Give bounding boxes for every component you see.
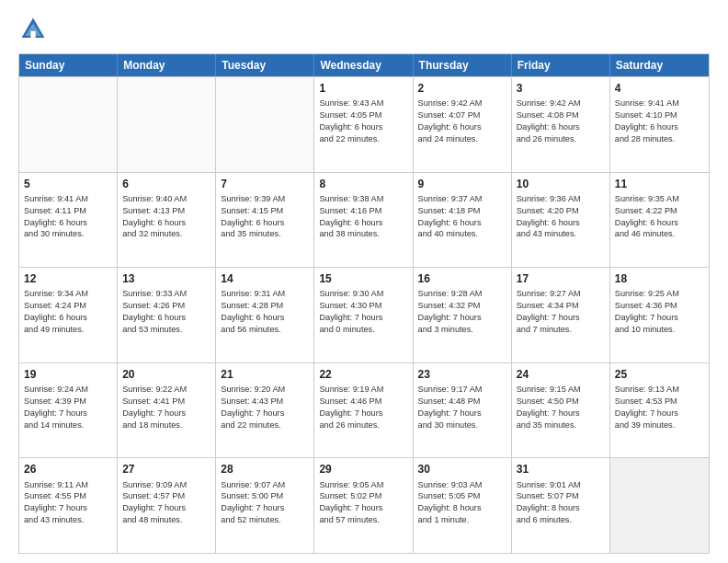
calendar-row: 26Sunrise: 9:11 AMSunset: 4:55 PMDayligh… xyxy=(19,457,709,553)
calendar-header: SundayMondayTuesdayWednesdayThursdayFrid… xyxy=(19,54,709,76)
calendar-cell xyxy=(118,77,216,172)
cell-text-line: Sunrise: 9:09 AM xyxy=(122,479,210,491)
calendar-cell: 5Sunrise: 9:41 AMSunset: 4:11 PMDaylight… xyxy=(19,173,118,268)
cell-text-line: Sunrise: 9:39 AM xyxy=(221,193,309,205)
day-number: 18 xyxy=(615,271,704,286)
day-number: 12 xyxy=(24,271,112,286)
cell-text-line: Daylight: 6 hours xyxy=(319,217,407,229)
day-number: 9 xyxy=(418,177,506,191)
day-number: 26 xyxy=(24,462,112,477)
day-number: 29 xyxy=(319,462,407,477)
cell-text-line: Sunrise: 9:28 AM xyxy=(418,288,506,300)
calendar-cell: 26Sunrise: 9:11 AMSunset: 4:55 PMDayligh… xyxy=(19,458,118,553)
cell-text-line: and 46 minutes. xyxy=(615,228,704,240)
cell-text-line: Daylight: 7 hours xyxy=(517,408,605,419)
calendar-cell: 27Sunrise: 9:09 AMSunset: 4:57 PMDayligh… xyxy=(118,458,216,553)
day-number: 7 xyxy=(221,177,309,191)
cell-text-line: Sunrise: 9:20 AM xyxy=(221,384,309,396)
day-number: 15 xyxy=(319,271,407,286)
cell-text-line: Sunrise: 9:24 AM xyxy=(24,384,112,396)
header xyxy=(18,15,710,44)
calendar-cell: 17Sunrise: 9:27 AMSunset: 4:34 PMDayligh… xyxy=(512,268,610,362)
day-number: 10 xyxy=(517,177,605,191)
day-number: 24 xyxy=(517,367,605,382)
cell-text-line: Daylight: 6 hours xyxy=(319,121,407,133)
cell-text-line: Sunset: 4:36 PM xyxy=(615,300,704,312)
cell-text-line: Sunset: 4:08 PM xyxy=(517,109,605,121)
calendar-cell: 2Sunrise: 9:42 AMSunset: 4:07 PMDaylight… xyxy=(414,77,512,172)
cell-text-line: Sunset: 4:05 PM xyxy=(319,109,407,121)
calendar-cell: 11Sunrise: 9:35 AMSunset: 4:22 PMDayligh… xyxy=(610,173,709,268)
cell-text-line: Sunset: 4:22 PM xyxy=(615,205,704,217)
calendar-cell: 22Sunrise: 9:19 AMSunset: 4:46 PMDayligh… xyxy=(314,363,413,458)
cell-text-line: and 56 minutes. xyxy=(221,324,309,336)
calendar-cell xyxy=(216,77,314,172)
cell-text-line: Sunset: 5:05 PM xyxy=(418,490,506,502)
cell-text-line: Sunset: 4:16 PM xyxy=(319,205,407,217)
cell-text-line: Sunset: 4:26 PM xyxy=(122,300,210,312)
cell-text-line: Daylight: 6 hours xyxy=(615,121,704,133)
cell-text-line: Sunset: 4:43 PM xyxy=(221,396,309,408)
cell-text-line: Daylight: 6 hours xyxy=(122,217,210,229)
cell-text-line: Sunrise: 9:31 AM xyxy=(221,288,309,300)
calendar-cell: 31Sunrise: 9:01 AMSunset: 5:07 PMDayligh… xyxy=(512,458,610,553)
cell-text-line: Sunset: 4:48 PM xyxy=(418,396,506,408)
cell-text-line: Sunset: 4:57 PM xyxy=(122,490,210,502)
weekday-header: Tuesday xyxy=(216,54,314,76)
cell-text-line: Sunset: 4:07 PM xyxy=(418,109,506,121)
calendar-cell: 13Sunrise: 9:33 AMSunset: 4:26 PMDayligh… xyxy=(118,268,216,362)
weekday-header: Sunday xyxy=(19,54,118,76)
day-number: 21 xyxy=(221,367,309,382)
weekday-header: Thursday xyxy=(414,54,512,76)
day-number: 30 xyxy=(418,462,506,477)
calendar-cell: 4Sunrise: 9:41 AMSunset: 4:10 PMDaylight… xyxy=(610,77,709,172)
calendar-row: 19Sunrise: 9:24 AMSunset: 4:39 PMDayligh… xyxy=(19,362,709,458)
cell-text-line: Sunrise: 9:03 AM xyxy=(418,479,506,491)
cell-text-line: Sunset: 4:11 PM xyxy=(24,205,112,217)
cell-text-line: Sunrise: 9:42 AM xyxy=(418,98,506,109)
cell-text-line: and 30 minutes. xyxy=(418,419,506,431)
cell-text-line: Daylight: 7 hours xyxy=(221,408,309,419)
cell-text-line: and 10 minutes. xyxy=(615,324,704,336)
cell-text-line: Daylight: 7 hours xyxy=(615,408,704,419)
cell-text-line: and 57 minutes. xyxy=(319,514,407,526)
calendar-cell: 14Sunrise: 9:31 AMSunset: 4:28 PMDayligh… xyxy=(216,268,314,362)
day-number: 8 xyxy=(319,177,407,191)
cell-text-line: and 0 minutes. xyxy=(319,324,407,336)
calendar: SundayMondayTuesdayWednesdayThursdayFrid… xyxy=(18,53,710,554)
calendar-cell: 15Sunrise: 9:30 AMSunset: 4:30 PMDayligh… xyxy=(314,268,413,362)
cell-text-line: Daylight: 6 hours xyxy=(517,217,605,229)
cell-text-line: Sunset: 4:41 PM xyxy=(122,396,210,408)
calendar-cell xyxy=(19,77,118,172)
cell-text-line: Sunrise: 9:33 AM xyxy=(122,288,210,300)
calendar-cell: 3Sunrise: 9:42 AMSunset: 4:08 PMDaylight… xyxy=(512,77,610,172)
cell-text-line: and 40 minutes. xyxy=(418,228,506,240)
cell-text-line: Daylight: 6 hours xyxy=(221,217,309,229)
calendar-cell: 12Sunrise: 9:34 AMSunset: 4:24 PMDayligh… xyxy=(19,268,118,362)
cell-text-line: and 6 minutes. xyxy=(517,514,605,526)
cell-text-line: Sunset: 4:50 PM xyxy=(517,396,605,408)
cell-text-line: and 43 minutes. xyxy=(24,514,112,526)
calendar-cell: 10Sunrise: 9:36 AMSunset: 4:20 PMDayligh… xyxy=(512,173,610,268)
cell-text-line: Sunrise: 9:19 AM xyxy=(319,384,407,396)
cell-text-line: and 26 minutes. xyxy=(319,419,407,431)
day-number: 13 xyxy=(122,271,210,286)
day-number: 22 xyxy=(319,367,407,382)
day-number: 3 xyxy=(517,81,605,96)
cell-text-line: Sunrise: 9:07 AM xyxy=(221,479,309,491)
cell-text-line: Daylight: 7 hours xyxy=(319,502,407,514)
cell-text-line: and 22 minutes. xyxy=(319,133,407,145)
calendar-cell: 9Sunrise: 9:37 AMSunset: 4:18 PMDaylight… xyxy=(414,173,512,268)
cell-text-line: Daylight: 7 hours xyxy=(517,312,605,324)
cell-text-line: Daylight: 7 hours xyxy=(615,312,704,324)
cell-text-line: and 53 minutes. xyxy=(122,324,210,336)
cell-text-line: and 24 minutes. xyxy=(418,133,506,145)
cell-text-line: and 3 minutes. xyxy=(418,324,506,336)
cell-text-line: Daylight: 6 hours xyxy=(615,217,704,229)
cell-text-line: and 7 minutes. xyxy=(517,324,605,336)
calendar-cell: 16Sunrise: 9:28 AMSunset: 4:32 PMDayligh… xyxy=(414,268,512,362)
calendar-row: 12Sunrise: 9:34 AMSunset: 4:24 PMDayligh… xyxy=(19,267,709,362)
cell-text-line: Sunrise: 9:35 AM xyxy=(615,193,704,205)
svg-rect-2 xyxy=(30,31,35,38)
cell-text-line: Daylight: 7 hours xyxy=(122,502,210,514)
